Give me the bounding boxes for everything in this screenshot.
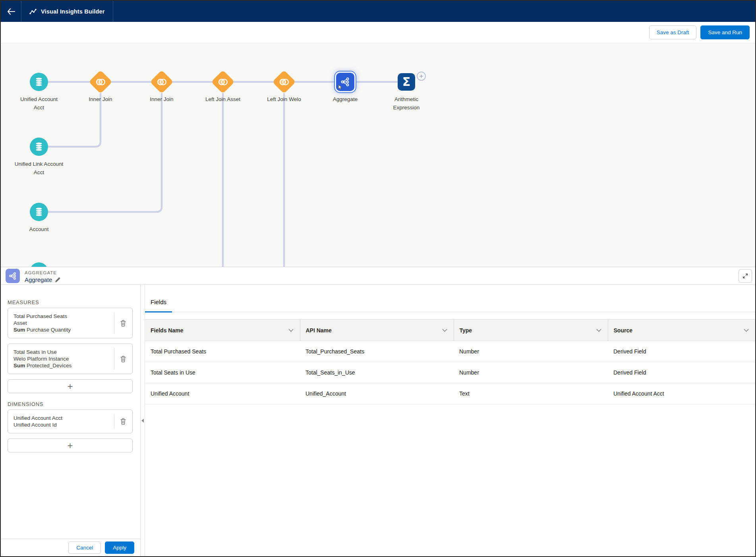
connector-lines [1,43,755,267]
table-cell: Derived Field [608,362,755,383]
pencil-icon[interactable] [55,277,61,283]
table-cell: Number [454,362,608,383]
column-header-label: Fields Name [151,327,183,334]
node-label: Aggregate [309,95,381,103]
database-icon [34,77,44,87]
table-cell: Unified_Account [300,383,454,404]
node-detail-panel: AGGREGATE Aggregate MEASURES Total Purch… [1,267,755,556]
delete-measure-card-button[interactable] [114,344,132,374]
add-measure-button[interactable]: + [8,379,133,393]
table-row: Total Seats in UseTotal_Seats_in_UseNumb… [145,362,755,383]
column-header-label: Type [460,327,472,334]
measure-card: Total Purchased SeatsAssetSum Purchase Q… [8,308,133,338]
join-icon [157,78,167,86]
line-chart-icon [29,8,37,15]
delete-dimension-card-button[interactable] [114,410,132,433]
save-as-draft-button[interactable]: Save as Draft [649,25,697,39]
collapse-left-icon [141,419,144,423]
join-icon [95,78,106,86]
aggregate-node-selected[interactable] [336,73,354,91]
panel-node-type: AGGREGATE [25,270,57,275]
panel-body: MEASURES Total Purchased SeatsAssetSum P… [1,285,755,556]
join-icon [218,78,228,86]
table-cell: Unified Account Acct [608,383,755,404]
apply-button[interactable]: Apply [105,541,134,554]
dataset-node[interactable] [30,262,48,267]
database-icon [34,207,44,217]
column-header-label: Source [614,327,632,334]
dimension-card: Unified Account AcctUnified Account Id [8,410,133,433]
column-header-label: API Name [306,327,332,334]
expand-panel-button[interactable] [739,269,752,283]
dimension-card-text: Unified Account AcctUnified Account Id [8,410,114,433]
database-icon [34,142,44,152]
join-node[interactable] [272,70,296,93]
panel-header: AGGREGATE Aggregate [1,267,755,285]
chevron-down-icon [744,329,749,332]
app-brand: Visual Insights Builder [21,1,113,22]
column-header-source[interactable]: Source [608,320,755,341]
cursor-icon [338,85,342,90]
column-header-fields-name[interactable]: Fields Name [145,320,300,341]
table-cell: Text [454,383,608,404]
node-label: Left Join Welo [248,95,320,103]
table-cell: Number [454,341,608,362]
chevron-down-icon [288,329,294,332]
node-label: Inner Join [126,95,197,103]
table-row: Unified AccountUnified_AccountTextUnifie… [145,383,755,404]
trash-icon [120,418,126,425]
node-label: ArithmeticExpression [371,95,442,112]
column-header-type[interactable]: Type [454,320,608,341]
measure-card-text: Total Seats in UseWelo Platform Instance… [8,344,114,374]
dataset-node[interactable] [30,138,48,156]
table-cell: Derived Field [608,341,755,362]
dataflow-canvas: Unified AccountAcctInner JoinInner JoinL… [1,43,755,267]
table-cell: Total Purchased Seats [145,341,300,362]
table-cell: Unified Account [145,383,300,404]
aggregate-config-sidebar: MEASURES Total Purchased SeatsAssetSum P… [1,285,141,556]
sidebar-footer: Cancel Apply [1,539,140,556]
column-header-api-name[interactable]: API Name [300,320,454,341]
measure-card: Total Seats in UseWelo Platform Instance… [8,344,133,374]
arrow-left-icon [7,8,15,15]
add-node-button[interactable]: + [417,72,426,81]
action-toolbar: Save as Draft Save and Run [1,22,755,43]
app-title: Visual Insights Builder [41,8,105,15]
top-navigation-bar: Visual Insights Builder [1,1,755,22]
tab-fields[interactable]: Fields [145,299,172,312]
table-cell: Total_Purchased_Seats [300,341,454,362]
dataset-node[interactable] [30,73,48,91]
trash-icon [120,320,126,327]
aggregate-node-icon [6,269,20,283]
node-label: Unified AccountAcct [3,95,75,112]
dataset-node[interactable] [30,203,48,221]
measure-card-text: Total Purchased SeatsAssetSum Purchase Q… [8,308,114,338]
arithmetic-expression-node[interactable]: Σ [398,73,415,91]
join-node[interactable] [150,70,173,93]
join-icon [279,78,290,86]
panel-node-name: Aggregate [25,276,52,283]
join-node[interactable] [89,70,112,93]
add-dimension-button[interactable]: + [8,439,133,452]
dimensions-section-label: DIMENSIONS [8,401,133,407]
visual-insights-builder-window: Visual Insights Builder Save as Draft Sa… [0,0,756,557]
table-cell: Total Seats in Use [145,362,300,383]
table-cell: Total_Seats_in_Use [300,362,454,383]
node-label: Left Join Asset [187,95,259,103]
database-icon [34,266,44,267]
tab-strip: Fields [145,285,755,312]
sidebar-collapse-handle[interactable] [141,285,145,556]
chevron-down-icon [442,329,447,332]
delete-measure-card-button[interactable] [114,308,132,338]
table-row: Total Purchased SeatsTotal_Purchased_Sea… [145,341,755,362]
fields-content: Fields Fields NameAPI NameTypeSource Tot… [145,285,755,556]
join-node[interactable] [211,70,234,93]
save-and-run-button[interactable]: Save and Run [700,25,750,39]
node-label: Unified Link AccountAcct [3,160,75,177]
fields-table: Fields NameAPI NameTypeSource Total Purc… [145,319,755,404]
chevron-down-icon [596,329,601,332]
back-button[interactable] [1,1,21,22]
cancel-button[interactable]: Cancel [68,541,101,554]
trash-icon [120,355,126,363]
node-label: Account [3,225,75,233]
